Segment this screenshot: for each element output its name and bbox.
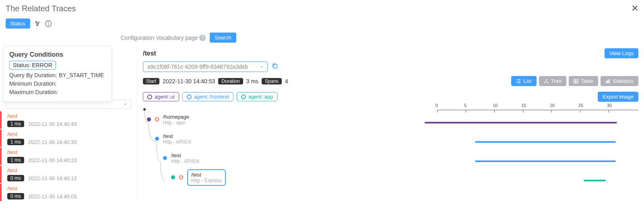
status-chip: Status: ERROR bbox=[9, 61, 56, 70]
span-row[interactable]: /test Http - APISIX bbox=[143, 148, 425, 168]
svg-rect-24 bbox=[607, 80, 609, 83]
duration-badge: 0 ms bbox=[7, 193, 24, 199]
duration-badge: 1 ms bbox=[7, 139, 24, 145]
svg-rect-25 bbox=[609, 79, 610, 83]
query-conditions-popover: Query Conditions Status: ERROR Query By … bbox=[3, 46, 112, 102]
duration-badge: 1 ms bbox=[7, 157, 24, 163]
span-bar[interactable] bbox=[475, 160, 616, 162]
span-bar[interactable] bbox=[584, 180, 606, 181]
duration-badge: Duration bbox=[218, 78, 243, 84]
trace-name: /test bbox=[7, 167, 131, 173]
span-bar[interactable] bbox=[425, 122, 617, 123]
error-dot-icon bbox=[155, 117, 159, 121]
svg-rect-23 bbox=[606, 81, 607, 83]
span-node-dot bbox=[155, 137, 159, 141]
trace-timestamp: 2022-11-30 14:40:33 bbox=[28, 139, 77, 145]
view-tree-button[interactable]: Tree bbox=[539, 76, 566, 86]
span-subtitle: Http - APISIX bbox=[163, 139, 192, 145]
export-image-button[interactable]: Export image bbox=[598, 92, 638, 102]
config-vocab-link[interactable]: Configuration Vocabulary page ? bbox=[121, 35, 206, 41]
span-name: /test bbox=[171, 152, 200, 158]
page-title: The Related Traces bbox=[6, 4, 76, 13]
span-row[interactable]: /test Http - Express bbox=[143, 168, 425, 187]
span-subtitle: Http - ajax bbox=[163, 120, 189, 125]
svg-point-5 bbox=[37, 25, 37, 25]
svg-point-4 bbox=[38, 23, 39, 24]
span-node-dot bbox=[163, 156, 167, 160]
span-row[interactable]: /homepage Http - ajax bbox=[143, 110, 425, 129]
status-button[interactable]: Status bbox=[6, 18, 30, 29]
popover-line: Maximum Duration: bbox=[9, 88, 106, 97]
span-node-dot bbox=[171, 175, 175, 179]
view-table-button[interactable]: Table bbox=[569, 76, 598, 86]
trace-timestamp: 2022-11-30 14:40:23 bbox=[28, 157, 77, 163]
filter-icon[interactable] bbox=[34, 21, 41, 27]
view-list-button[interactable]: List bbox=[511, 76, 536, 86]
span-subtitle: Http - Express bbox=[191, 178, 222, 183]
trace-id-select[interactable]: a9c1f08f-761c-4209-9ff9-6348792a3deb▾ bbox=[143, 62, 268, 72]
trace-name: /test bbox=[7, 149, 131, 155]
svg-rect-19 bbox=[574, 79, 578, 83]
info-icon[interactable] bbox=[45, 20, 52, 27]
trace-list-item[interactable]: /test 0 ms 2022-11-30 14:40:13 bbox=[0, 166, 137, 183]
span-name: /test bbox=[163, 133, 192, 139]
trace-name: /test bbox=[7, 113, 131, 119]
svg-rect-11 bbox=[518, 79, 520, 80]
trace-timestamp: 2022-11-30 14:40:13 bbox=[28, 175, 77, 181]
duration-badge: 0 ms bbox=[7, 175, 24, 181]
error-dot-icon bbox=[179, 175, 183, 179]
detail-title: /test bbox=[143, 50, 156, 57]
trace-list-item[interactable]: /test 0 ms 2022-11-30 14:40:03 bbox=[0, 184, 137, 201]
view-logs-button[interactable]: View Logs bbox=[605, 48, 638, 58]
spans-badge: Spans bbox=[262, 78, 282, 84]
search-button[interactable]: Search bbox=[210, 33, 236, 43]
legend-agent-ui[interactable]: agent::ui bbox=[143, 92, 179, 101]
help-icon[interactable]: ? bbox=[199, 35, 206, 41]
trace-start-dot bbox=[143, 108, 146, 111]
svg-rect-9 bbox=[274, 65, 277, 68]
span-name: /homepage bbox=[163, 114, 189, 120]
copy-icon[interactable] bbox=[272, 63, 278, 71]
legend-agent-frontend[interactable]: agent::frontend bbox=[182, 92, 233, 101]
popover-line: Query By Duration: BY_START_TIME bbox=[9, 71, 106, 80]
svg-point-14 bbox=[516, 82, 517, 83]
svg-point-10 bbox=[516, 79, 517, 80]
trace-list-item[interactable]: /test 1 ms 2022-11-30 14:40:33 bbox=[0, 129, 137, 147]
start-value: 2022-11-30 14:40:53 bbox=[163, 78, 215, 84]
span-name: /test bbox=[191, 172, 222, 178]
popover-title: Query Conditions bbox=[9, 51, 106, 58]
view-stats-button[interactable]: Statistics bbox=[601, 76, 638, 86]
span-subtitle: Http - APISIX bbox=[171, 158, 200, 164]
trace-timestamp: 2022-11-30 14:40:03 bbox=[28, 193, 77, 199]
legend-agent-app[interactable]: agent::app bbox=[237, 92, 277, 101]
span-node-dot bbox=[147, 117, 151, 121]
svg-point-16 bbox=[545, 79, 547, 80]
span-bar[interactable] bbox=[475, 141, 616, 143]
popover-line: Minimum Duration: bbox=[9, 80, 106, 88]
svg-rect-13 bbox=[518, 81, 520, 81]
trace-list-item[interactable]: /test 1 ms 2022-11-30 14:40:43 bbox=[0, 111, 137, 129]
svg-point-12 bbox=[516, 81, 517, 82]
trace-name: /test bbox=[7, 185, 131, 191]
duration-badge: 1 ms bbox=[7, 121, 24, 127]
start-badge: Start bbox=[143, 78, 159, 84]
trace-timestamp: 2022-11-30 14:40:43 bbox=[28, 121, 77, 127]
trace-list-item[interactable]: /test 1 ms 2022-11-30 14:40:23 bbox=[0, 148, 137, 165]
trace-name: /test bbox=[7, 131, 131, 137]
svg-point-3 bbox=[36, 21, 37, 22]
spans-value: 4 bbox=[285, 78, 288, 84]
timeline-bars bbox=[425, 110, 618, 187]
svg-rect-15 bbox=[518, 82, 520, 83]
duration-value: 3 ms bbox=[246, 78, 258, 84]
close-icon[interactable]: ✕ bbox=[631, 3, 638, 14]
span-row[interactable]: /test Http - APISIX bbox=[143, 129, 425, 148]
svg-point-7 bbox=[48, 22, 49, 23]
